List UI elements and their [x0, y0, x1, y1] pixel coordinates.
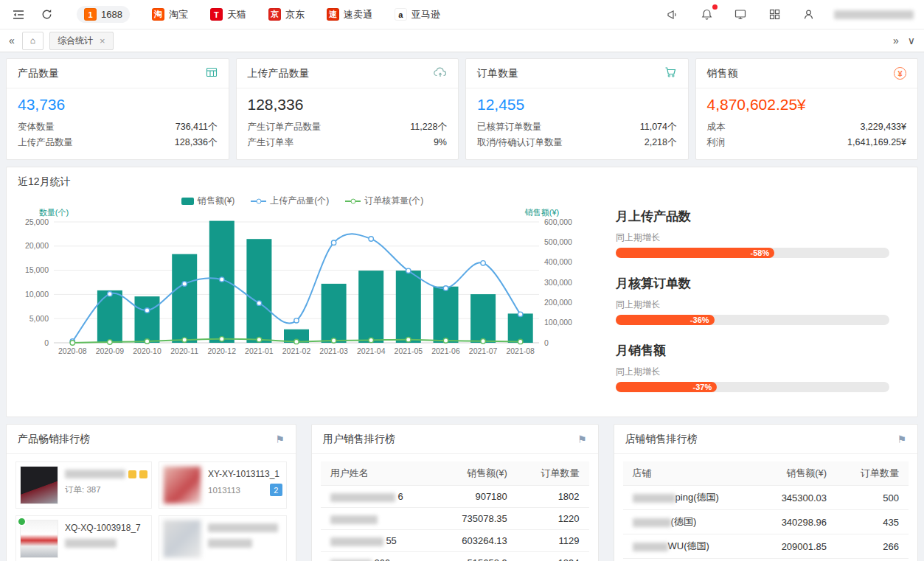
product-image — [163, 520, 201, 558]
metric-value: 1,641,169.25¥ — [847, 135, 906, 150]
flag-icon[interactable]: ⚑ — [577, 433, 587, 445]
flag-icon[interactable]: ⚑ — [897, 433, 906, 445]
growth-value: -36% — [690, 316, 709, 324]
product-item[interactable] — [159, 515, 287, 561]
metric-value: 11,228个 — [410, 119, 447, 135]
product-item[interactable]: XY-XY-1013113_1 10131132 — [159, 461, 287, 509]
metric-value: 11,074个 — [640, 119, 677, 135]
svg-text:2020-08: 2020-08 — [58, 346, 87, 355]
shop-rank-card: 店铺销售排行榜 ⚑ 店铺 销售额(¥) 订单数量 — [614, 424, 918, 561]
sales-cell: 603264.13 — [436, 530, 517, 552]
platform-1688[interactable]: 11688 — [77, 6, 130, 23]
stat-card-uploaded-products: 上传产品数量 128,336 产生订单产品数量11,228个 产生订单率9% — [236, 58, 459, 160]
metric-value: 9% — [434, 135, 447, 150]
column-header[interactable]: 店铺 — [623, 461, 756, 486]
collapse-menu-icon[interactable] — [10, 7, 27, 23]
close-tab-icon[interactable]: × — [100, 36, 105, 46]
product-item[interactable]: 订单: 387 — [15, 461, 152, 509]
column-header[interactable]: 订单数量 — [517, 461, 589, 486]
table-row[interactable]: 735078.35 1220 — [321, 508, 589, 530]
cloud-upload-icon[interactable] — [434, 66, 447, 80]
svg-text:2021-07: 2021-07 — [469, 346, 498, 355]
name-suffix: (德国) — [671, 516, 697, 527]
table-row[interactable]: (德国) 340298.96 435 — [623, 510, 909, 534]
product-image — [163, 466, 201, 504]
name-suffix: 6 — [397, 491, 403, 502]
growth-panel-sales: 月销售额 同上期增长 -37% — [616, 342, 889, 392]
metric-value: 2,218个 — [645, 135, 677, 150]
table-row[interactable]: 6 907180 1802 — [321, 486, 589, 508]
svg-text:销售额(¥): 销售额(¥) — [524, 209, 559, 217]
sales-cell: 199265.69 — [755, 559, 836, 561]
legend-bar-marker — [181, 198, 194, 205]
refresh-icon[interactable] — [38, 7, 55, 23]
platform-label: 速卖通 — [344, 8, 372, 21]
table-row[interactable]: WU(德国) 209001.85 266 — [623, 534, 909, 559]
metric-value: 3,229,433¥ — [860, 119, 906, 135]
card-title: 店铺销售排行榜 — [625, 433, 698, 446]
yen-icon[interactable]: ¥ — [894, 67, 906, 80]
chart-area: 销售额(¥) 上传产品量(个) 订单核算量(个) 05,00010,00015,… — [7, 192, 594, 409]
flag-icon[interactable]: ⚑ — [275, 433, 285, 445]
growth-label: 同上期增长 — [616, 231, 889, 244]
monitor-icon[interactable] — [732, 7, 748, 23]
svg-text:500,000: 500,000 — [544, 237, 572, 246]
table-row[interactable]: n(日本) 199265.69 840 — [623, 559, 909, 561]
sales-cell: 515658.9 — [436, 552, 517, 561]
product-grid: 订单: 387 XY-XY-1013113_1 10131132 XQ- — [7, 454, 296, 561]
bell-icon[interactable] — [698, 7, 715, 23]
redacted-name — [633, 543, 668, 551]
stat-card-order-count: 订单数量 12,455 已核算订单数量11,074个 取消/待确认订单数量2,2… — [465, 58, 689, 160]
cart-icon[interactable] — [664, 66, 677, 80]
speaker-icon[interactable] — [664, 7, 681, 23]
redacted-name — [633, 518, 671, 527]
chart-legend: 销售额(¥) 上传产品量(个) 订单核算量(个) — [11, 195, 594, 207]
legend-uploaded[interactable]: 上传产品量(个) — [251, 195, 329, 207]
legend-label: 销售额(¥) — [198, 195, 235, 207]
sales-cell: 340298.96 — [755, 510, 836, 534]
tab-combined-stats[interactable]: 综合统计 × — [49, 32, 114, 50]
table-row[interactable]: ping(德国) 345300.03 500 — [623, 486, 909, 510]
scroll-tabs-left-icon[interactable]: « — [7, 35, 16, 46]
table-row[interactable]: 55 603264.13 1129 — [321, 530, 589, 552]
platform-amazon[interactable]: a亚马逊 — [395, 8, 440, 21]
platform-taobao[interactable]: 淘淘宝 — [152, 8, 188, 21]
legend-line-marker — [251, 201, 266, 202]
legend-settled-orders[interactable]: 订单核算量(个) — [345, 195, 423, 207]
svg-text:2020-09: 2020-09 — [96, 346, 125, 355]
scroll-tabs-right-icon[interactable]: » — [892, 35, 900, 46]
main-metric: 43,736 — [18, 96, 218, 114]
metric-label: 成本 — [707, 119, 726, 135]
user-info-redacted[interactable] — [834, 10, 914, 19]
orders-cell: 266 — [836, 534, 909, 559]
orders-cell: 1394 — [517, 552, 589, 561]
jd-icon: 京 — [268, 8, 281, 21]
column-header[interactable]: 销售额(¥) — [755, 461, 836, 486]
legend-line-marker — [345, 201, 361, 202]
legend-sales[interactable]: 销售额(¥) — [181, 195, 235, 207]
column-header[interactable]: 销售额(¥) — [436, 461, 517, 486]
tab-menu-icon[interactable]: ∨ — [906, 35, 917, 46]
svg-text:300,000: 300,000 — [544, 278, 572, 287]
platform-jd[interactable]: 京京东 — [268, 8, 305, 21]
column-header[interactable]: 订单数量 — [836, 461, 909, 486]
main-content: 产品数量 43,736 变体数量736,411个 上传产品数量128,336个 … — [0, 52, 924, 561]
platform-aliexpress[interactable]: 速速卖通 — [327, 8, 372, 21]
user-icon[interactable] — [800, 7, 816, 23]
svg-text:400,000: 400,000 — [544, 257, 572, 266]
svg-text:100,000: 100,000 — [544, 318, 572, 327]
svg-text:2021-06: 2021-06 — [431, 346, 460, 355]
platform-tmall[interactable]: T天猫 — [210, 8, 246, 21]
shop-rank-table: 店铺 销售额(¥) 订单数量 ping(德国) 345300.03 500 — [623, 461, 909, 561]
table-icon[interactable] — [206, 66, 218, 80]
table-row[interactable]: 266 515658.9 1394 — [321, 552, 589, 561]
order-count-text: 订单: 387 — [65, 484, 147, 495]
home-tab[interactable]: ⌂ — [22, 32, 44, 50]
growth-value: -58% — [750, 248, 769, 257]
apps-icon[interactable] — [766, 7, 782, 23]
column-header[interactable]: 用户姓名 — [321, 461, 436, 486]
svg-text:200,000: 200,000 — [544, 298, 572, 307]
metric-label: 取消/待确认订单数量 — [477, 135, 563, 150]
name-suffix: 266 — [374, 557, 390, 561]
product-item[interactable]: XQ-XQ-1003918_7 — [15, 515, 152, 561]
